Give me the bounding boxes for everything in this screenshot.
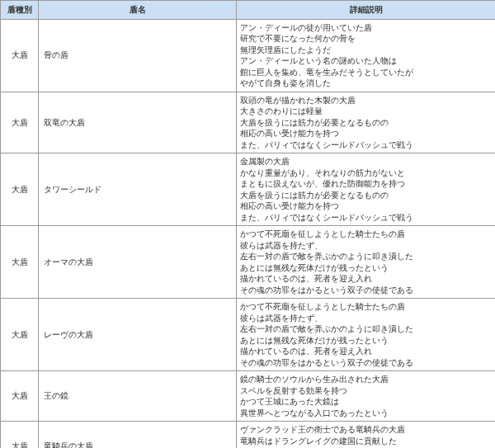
desc-line: 相応の高い受け能力を持つ [240,128,492,139]
desc-line: スペルを反射する効果を持つ [240,385,492,397]
header-row: 盾種別 盾名 詳細説明 [1,1,496,20]
desc-line: 大盾を扱うには筋力が必要となるものの [240,190,492,201]
header-name: 盾名 [39,1,237,20]
desc-line: 相応の高い受け能力を持つ [240,200,492,212]
cell-category: 大盾 [1,226,39,299]
desc-line: 描かれているのは、死者を迎え入れ [240,346,492,357]
desc-line: 左右一対の盾で敵を弄ぶかのように叩き潰した [240,251,492,262]
desc-line: 研究で不要になった何かの骨を [240,33,492,45]
desc-line: その魂の功罪をはかるという双子の使徒である [240,357,492,369]
desc-line: かなり重量があり、それなりの筋力がないと [240,167,492,179]
cell-desc: ヴァンクラッド王の衛士である竜騎兵の大盾竜騎兵はドラングレイグの建国に貢献した建… [237,422,496,449]
cell-desc: かつて不死廟を征しようとした騎士たちの盾彼らは武器を持たず、左右一対の盾で敵を弄… [237,299,496,371]
cell-name: 竜騎兵の大盾 [39,422,237,449]
desc-line: 彼らは武器を持たず、 [240,240,492,252]
table-row: 大盾骨の盾アン・ディールの徒が用いていた盾研究で不要になった何かの骨を無理矢理盾… [1,19,496,92]
desc-line: 左右一対の盾で敵を弄ぶかのように叩き潰した [240,323,492,335]
cell-name: レーヴの大盾 [39,299,237,371]
desc-line: 双頭の竜が描かれた木製の大盾 [240,95,492,106]
desc-line: あとには無残な死体だけが残ったという [240,262,492,274]
desc-line: 金属製の大盾 [240,156,492,167]
cell-category: 大盾 [1,422,39,449]
desc-line: 無理矢理盾にしたようだ [240,45,492,56]
cell-category: 大盾 [1,19,39,92]
cell-desc: 鏡の騎士のソウルから生み出された大盾スペルを反射する効果を持つかつて王城にあった… [237,371,496,422]
cell-name: 骨の盾 [39,19,237,92]
cell-desc: 金属製の大盾かなり重量があり、それなりの筋力がないとまともに扱えないが、優れた防… [237,153,496,226]
table-row: 大盾竜騎兵の大盾ヴァンクラッド王の衛士である竜騎兵の大盾竜騎兵はドラングレイグの… [1,422,496,449]
table-row: 大盾レーヴの大盾かつて不死廟を征しようとした騎士たちの盾彼らは武器を持たず、左右… [1,299,496,371]
desc-line: あとには無残な死体だけが残ったという [240,335,492,347]
shield-table: 盾種別 盾名 詳細説明 大盾骨の盾アン・ディールの徒が用いていた盾研究で不要にな… [0,0,495,448]
header-category: 盾種別 [1,1,39,20]
desc-line: かつて王城にあった大鏡は [240,396,492,408]
cell-category: 大盾 [1,153,39,226]
desc-line: 竜騎兵はドラングレイグの建国に貢献した [240,436,492,447]
table-row: 大盾タワーシールド金属製の大盾かなり重量があり、それなりの筋力がないとまともに扱… [1,153,496,226]
desc-line: その魂の功罪をはかるという双子の使徒である [240,285,492,296]
desc-line: かつて不死廟を征しようとした騎士たちの盾 [240,229,492,240]
cell-desc: アン・ディールの徒が用いていた盾研究で不要になった何かの骨を無理矢理盾にしたよう… [237,19,496,92]
cell-category: 大盾 [1,371,39,422]
desc-line: 彼らは武器を持たず、 [240,313,492,324]
desc-line: 大きさのわりには軽量 [240,106,492,117]
desc-line: 描かれているのは、死者を迎え入れ [240,273,492,285]
cell-name: オーマの大盾 [39,226,237,299]
table-row: 大盾オーマの大盾かつて不死廟を征しようとした騎士たちの盾彼らは武器を持たず、左右… [1,226,496,299]
cell-name: 双竜の大盾 [39,92,237,153]
header-desc: 詳細説明 [237,1,496,20]
desc-line: また、パリィではなくシールドバッシュで戦う [240,212,492,224]
cell-category: 大盾 [1,92,39,153]
table-row: 大盾王の鏡鏡の騎士のソウルから生み出された大盾スペルを反射する効果を持つかつて王… [1,371,496,422]
desc-line: アン・ディールという名の謎めいた人物は [240,55,492,67]
table-row: 大盾双竜の大盾双頭の竜が描かれた木製の大盾大きさのわりには軽量大盾を扱うには筋力… [1,92,496,153]
desc-line: ヴァンクラッド王の衛士である竜騎兵の大盾 [240,424,492,436]
desc-line: 大盾を扱うには筋力が必要となるものの [240,117,492,129]
cell-name: タワーシールド [39,153,237,226]
desc-line: アン・ディールの徒が用いていた盾 [240,22,492,34]
cell-desc: 双頭の竜が描かれた木製の大盾大きさのわりには軽量大盾を扱うには筋力が必要となるも… [237,92,496,153]
cell-desc: かつて不死廟を征しようとした騎士たちの盾彼らは武器を持たず、左右一対の盾で敵を弄… [237,226,496,299]
desc-line: 館に巨人を集め、竜を生みだそうとしていたが [240,67,492,78]
cell-name: 王の鏡 [39,371,237,422]
desc-line: まともに扱えないが、優れた防御能力を持つ [240,178,492,190]
desc-line: かつて不死廟を征しようとした騎士たちの盾 [240,301,492,313]
desc-line: やがて自身も姿を消した [240,78,492,89]
desc-line: 異世界へとつながる入口であったという [240,408,492,419]
cell-category: 大盾 [1,299,39,371]
desc-line: 鏡の騎士のソウルから生み出された大盾 [240,374,492,385]
desc-line: また、パリィではなくシールドバッシュで戦う [240,139,492,151]
